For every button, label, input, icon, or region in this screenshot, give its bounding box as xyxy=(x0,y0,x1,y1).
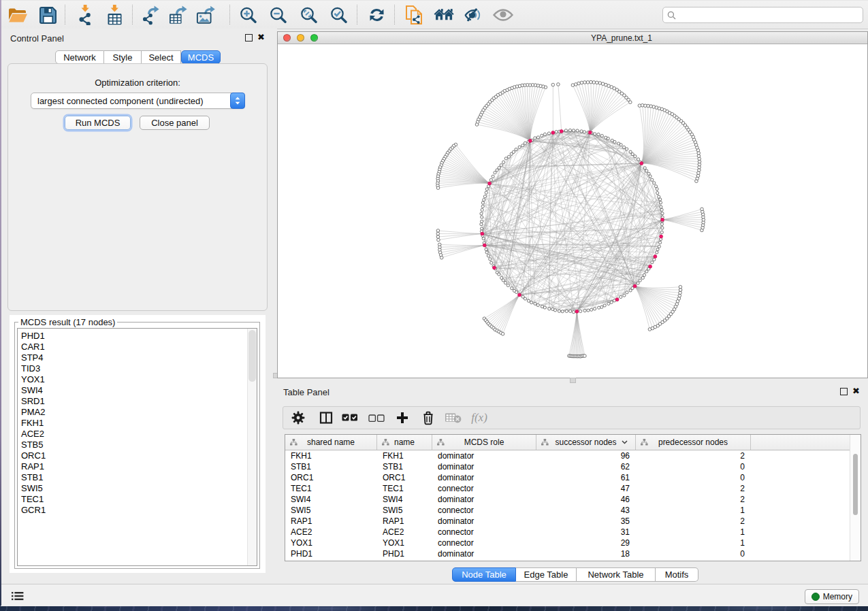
save-icon[interactable] xyxy=(37,5,58,25)
mcds-result-item[interactable]: RAP1 xyxy=(21,461,46,472)
unchecked-boxes-icon[interactable] xyxy=(368,409,385,427)
table-row[interactable]: YOX1YOX1connector291 xyxy=(285,538,850,548)
close-panel-button[interactable]: Close panel xyxy=(140,116,210,130)
toolbar-separator xyxy=(357,5,357,24)
tab-edge-table[interactable]: Edge Table xyxy=(516,567,577,582)
mcds-result-item[interactable]: ORC1 xyxy=(21,450,46,461)
main-toolbar xyxy=(1,0,868,29)
table-scrollbar[interactable] xyxy=(850,435,861,561)
cytoscape-window: Control Panel ✖ NetworkStyleSelectMCDS O… xyxy=(1,0,868,606)
cell-successor-nodes: 96 xyxy=(536,451,636,461)
plus-icon[interactable] xyxy=(393,409,411,427)
cell-name: ACE2 xyxy=(377,527,432,537)
mcds-result-item[interactable]: YOX1 xyxy=(21,374,46,385)
mcds-list-scrollbar[interactable] xyxy=(247,329,257,565)
tab-motifs[interactable]: Motifs xyxy=(656,567,698,582)
column-header-predecessor-nodes[interactable]: predecessor nodes xyxy=(636,435,751,450)
table-row[interactable]: SWI5SWI5connector431 xyxy=(285,505,850,516)
control-panel: Control Panel ✖ NetworkStyleSelectMCDS O… xyxy=(1,29,274,584)
zoom-in-icon[interactable] xyxy=(238,5,258,25)
tab-network-table[interactable]: Network Table xyxy=(577,567,656,582)
mcds-result-item[interactable]: CAR1 xyxy=(21,342,46,352)
mcds-result-item[interactable]: ACE2 xyxy=(21,429,46,440)
table-row[interactable]: RAP1RAP1dominator352 xyxy=(285,516,850,527)
refresh-icon[interactable] xyxy=(366,5,387,25)
mcds-result-item[interactable]: FKH1 xyxy=(21,418,46,429)
mcds-result-item[interactable]: SWI4 xyxy=(21,385,46,396)
import-network-icon[interactable] xyxy=(75,5,95,25)
trash-icon[interactable] xyxy=(419,409,437,427)
search-box[interactable] xyxy=(662,7,863,23)
cell-shared-name: SWI5 xyxy=(285,506,377,515)
toolbar-separator xyxy=(229,5,230,24)
task-history-icon[interactable] xyxy=(10,589,26,603)
hide-eye-icon[interactable] xyxy=(464,5,484,25)
float-panel-icon[interactable] xyxy=(245,34,253,42)
mcds-result-item[interactable]: SRD1 xyxy=(21,396,46,407)
show-eye-icon[interactable] xyxy=(493,5,513,25)
network-title-bar[interactable]: YPA_prune.txt_1 xyxy=(278,32,867,44)
mcds-result-item[interactable]: PMA2 xyxy=(21,407,46,418)
zoom-fit-icon[interactable] xyxy=(298,5,319,25)
cell-MCDS-role: dominator xyxy=(432,462,536,472)
zoom-out-icon[interactable] xyxy=(268,5,288,25)
table-body: FKH1FKH1dominator962STB1STB1dominator620… xyxy=(285,450,850,559)
export-network-icon[interactable] xyxy=(142,5,162,25)
export-table-icon[interactable] xyxy=(168,5,189,25)
search-icon xyxy=(667,11,676,20)
open-folder-icon[interactable] xyxy=(7,5,28,25)
table-row[interactable]: ACE2ACE2connector311 xyxy=(285,527,850,538)
tab-select[interactable]: Select xyxy=(142,50,181,64)
mcds-result-list[interactable]: PHD1CAR1STP4TID3YOX1SWI4SRD1PMA2FKH1ACE2… xyxy=(17,328,257,566)
tab-node-table[interactable]: Node Table xyxy=(452,567,516,582)
network-canvas[interactable] xyxy=(278,44,867,378)
cell-shared-name: FKH1 xyxy=(285,451,377,461)
float-table-panel-icon[interactable] xyxy=(840,388,848,395)
column-header-successor-nodes[interactable]: successor nodes xyxy=(536,435,636,450)
table-row[interactable]: TEC1TEC1connector472 xyxy=(285,483,850,494)
column-header-shared-name[interactable]: shared name xyxy=(285,435,377,450)
mcds-result-item[interactable]: SWI5 xyxy=(21,483,46,494)
run-mcds-button[interactable]: Run MCDS xyxy=(65,116,131,130)
table-row[interactable]: SWI4SWI4dominator462 xyxy=(285,494,850,505)
mcds-result-item[interactable]: PHD1 xyxy=(21,331,46,342)
table-row[interactable]: FKH1FKH1dominator962 xyxy=(285,450,850,461)
optimization-dropdown[interactable]: largest connected component (undirected) xyxy=(31,93,245,109)
clone-network-icon[interactable] xyxy=(404,5,424,25)
cell-predecessor-nodes: 0 xyxy=(636,473,751,482)
tab-mcds[interactable]: MCDS xyxy=(181,50,221,64)
split-columns-icon[interactable] xyxy=(317,409,335,427)
cell-predecessor-nodes: 2 xyxy=(636,451,751,461)
cell-MCDS-role: dominator xyxy=(432,451,536,461)
mcds-result-legend: MCDS result (17 nodes) xyxy=(18,317,117,327)
dropdown-spinner-icon xyxy=(230,93,245,109)
gear-icon[interactable] xyxy=(289,409,307,427)
mcds-result-item[interactable]: TID3 xyxy=(21,363,46,374)
table-row[interactable]: STB1STB1dominator620 xyxy=(285,461,850,472)
mcds-result-item[interactable]: TEC1 xyxy=(21,494,46,505)
mcds-result-item[interactable]: STB5 xyxy=(21,440,46,450)
import-table-icon[interactable] xyxy=(104,5,125,25)
mcds-result-item[interactable]: GCR1 xyxy=(21,505,46,516)
column-header-name[interactable]: name xyxy=(377,435,432,450)
tab-network[interactable]: Network xyxy=(55,50,104,64)
homes-icon[interactable] xyxy=(434,5,454,25)
column-header-MCDS-role[interactable]: MCDS role xyxy=(432,435,536,450)
checked-boxes-icon[interactable] xyxy=(341,409,359,427)
cell-shared-name: STB1 xyxy=(285,462,377,472)
table-panel: Table Panel ✖ f(x) shared namenameMCDS r… xyxy=(277,381,868,584)
close-table-panel-icon[interactable]: ✖ xyxy=(852,388,860,395)
search-input[interactable] xyxy=(676,10,863,20)
table-row[interactable]: PHD1PHD1dominator180 xyxy=(285,548,850,559)
cell-successor-nodes: 61 xyxy=(536,473,636,482)
memory-button[interactable]: Memory xyxy=(805,589,859,604)
table-row[interactable]: ORC1ORC1dominator610 xyxy=(285,472,850,483)
export-image-icon[interactable] xyxy=(196,5,216,25)
zoom-selected-icon[interactable] xyxy=(328,5,349,25)
mcds-result-item[interactable]: STB1 xyxy=(21,472,46,483)
horizontal-splitter-handle[interactable] xyxy=(570,378,576,383)
cell-predecessor-nodes: 0 xyxy=(636,549,751,559)
tab-style[interactable]: Style xyxy=(104,50,142,64)
mcds-result-item[interactable]: STP4 xyxy=(21,352,46,363)
close-panel-icon[interactable]: ✖ xyxy=(257,34,265,42)
